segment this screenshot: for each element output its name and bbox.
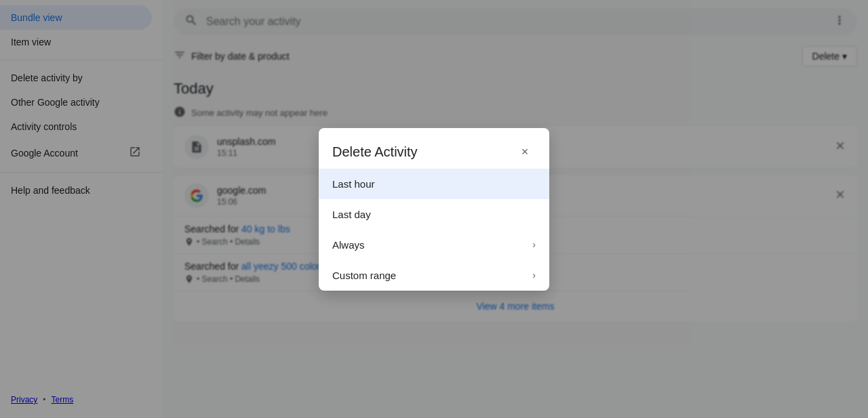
- modal-header: Delete Activity ×: [319, 128, 549, 169]
- modal-option-last-day-label: Last day: [332, 209, 371, 220]
- modal-option-custom-range-label: Custom range: [332, 270, 396, 281]
- modal-close-button[interactable]: ×: [514, 142, 536, 163]
- modal-option-last-day[interactable]: Last day: [319, 199, 549, 230]
- custom-range-chevron-icon: ›: [532, 270, 536, 280]
- modal-title: Delete Activity: [332, 144, 418, 160]
- modal-option-always[interactable]: Always ›: [319, 230, 549, 260]
- modal-option-custom-range[interactable]: Custom range ›: [319, 260, 549, 291]
- modal-option-last-hour[interactable]: Last hour: [319, 169, 549, 199]
- close-icon: ×: [521, 145, 529, 159]
- modal-option-last-hour-label: Last hour: [332, 178, 375, 190]
- modal-option-always-label: Always: [332, 239, 365, 251]
- modal-overlay[interactable]: Delete Activity × Last hour Last day Alw…: [0, 0, 868, 418]
- delete-activity-modal: Delete Activity × Last hour Last day Alw…: [319, 128, 549, 291]
- always-chevron-icon: ›: [532, 239, 536, 250]
